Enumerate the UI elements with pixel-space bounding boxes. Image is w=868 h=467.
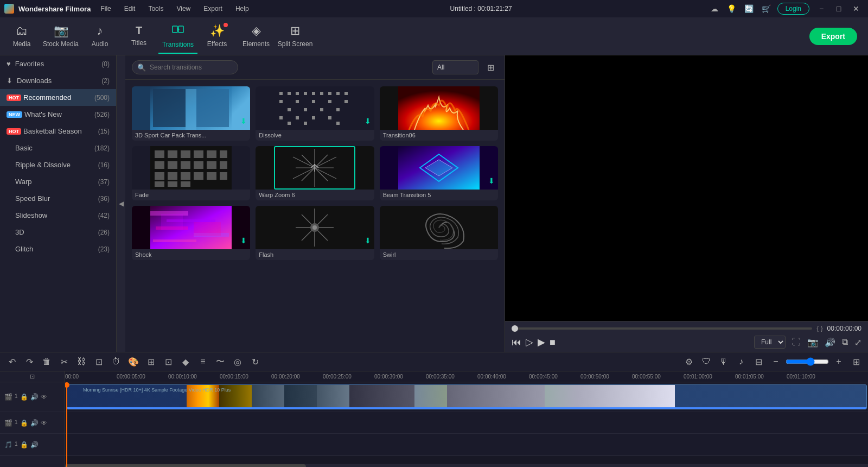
cloud-icon[interactable]: ☁ xyxy=(708,2,721,15)
sidebar-item-glitch[interactable]: Glitch (23) xyxy=(0,241,116,257)
play-button[interactable]: ▶ xyxy=(538,336,545,348)
toolbar-transitions[interactable]: Transitions xyxy=(158,18,197,54)
scrollbar-thumb[interactable] xyxy=(65,464,306,467)
music1-icon[interactable]: 🎵 xyxy=(4,441,12,449)
transition-card-sport-car[interactable]: ⬇ 3D Sport Car Pack Trans... xyxy=(132,86,250,141)
sidebar-item-basketball[interactable]: HOT Basketball Season (15) xyxy=(0,123,116,140)
transition-card-warpzoom6[interactable]: Warp Zoom 6 xyxy=(256,146,374,200)
redo-button[interactable]: ↷ xyxy=(22,354,37,369)
audio-mixer-button[interactable]: ≡ xyxy=(195,354,210,369)
video1-eye-icon[interactable]: 👁 xyxy=(41,393,47,401)
sidebar-item-slideshow[interactable]: Slideshow (42) xyxy=(0,207,116,224)
color-button[interactable]: 🎨 xyxy=(126,354,141,369)
bulb-icon[interactable]: 💡 xyxy=(725,2,738,15)
toolbar-audio[interactable]: ♪ Audio xyxy=(80,18,119,54)
refresh-icon[interactable]: 🔄 xyxy=(743,2,756,15)
fit-timeline-button[interactable]: ⊞ xyxy=(848,354,864,369)
transition-card-shock[interactable]: ⬇ Shock xyxy=(132,206,250,260)
delete-button[interactable]: 🗑 xyxy=(39,354,54,369)
toolbar-media[interactable]: 🗂 Media xyxy=(2,18,41,54)
music1-audio-icon[interactable]: 🔊 xyxy=(30,441,39,449)
search-input[interactable] xyxy=(132,60,238,74)
link-button[interactable]: ⛓ xyxy=(74,354,89,369)
music1-lock-icon[interactable]: 🔒 xyxy=(20,441,28,449)
collapse-panel-button[interactable]: ◀ xyxy=(117,55,125,352)
pip-icon[interactable]: ⧉ xyxy=(842,337,848,347)
video1-lock-icon[interactable]: 🔒 xyxy=(20,393,28,401)
waveform-button[interactable]: 〜 xyxy=(213,354,228,369)
settings-icon[interactable]: ⚙ xyxy=(681,354,697,369)
transform-button[interactable]: ⊡ xyxy=(161,354,176,369)
undo-button[interactable]: ↶ xyxy=(4,354,20,369)
menu-file[interactable]: File xyxy=(95,3,116,15)
sidebar-item-recommended[interactable]: HOT Recommended (500) xyxy=(0,89,116,106)
seek-thumb[interactable] xyxy=(512,325,518,332)
sidebar-item-downloads[interactable]: ⬇ Downloads (2) xyxy=(0,72,116,89)
video-clip[interactable]: Morning Sunrise [HDR 10+] 4K Sample Foot… xyxy=(66,384,867,409)
volume-icon[interactable]: 🔊 xyxy=(825,337,835,348)
stop-button[interactable]: ■ xyxy=(550,337,556,348)
zoom-in-button[interactable]: + xyxy=(831,354,846,369)
menu-view[interactable]: View xyxy=(171,3,196,15)
close-button[interactable]: ✕ xyxy=(848,1,864,16)
sidebar-item-speed-blur[interactable]: Speed Blur (36) xyxy=(0,190,116,207)
rotate-button[interactable]: ↻ xyxy=(247,354,263,369)
screenshot-icon[interactable]: 📷 xyxy=(807,337,818,348)
cut-button[interactable]: ✂ xyxy=(56,354,72,369)
transition-card-flash[interactable]: ⬇ Flash xyxy=(256,206,374,260)
caption-icon[interactable]: ⊟ xyxy=(751,354,766,369)
mic-icon[interactable]: 🎙 xyxy=(716,354,731,369)
transition-card-transition06[interactable]: Transition06 xyxy=(380,86,498,141)
transition-card-beam5[interactable]: ⬇ Beam Transition 5 xyxy=(380,146,498,200)
fullscreen-icon[interactable]: ⛶ xyxy=(792,337,801,347)
rewind-button[interactable]: ⏮ xyxy=(512,337,521,348)
menu-export[interactable]: Export xyxy=(198,3,228,15)
filter-dropdown[interactable]: All Basic Warp Dissolve Slideshow 3D Gli… xyxy=(432,60,478,74)
menu-edit[interactable]: Edit xyxy=(119,3,141,15)
toolbar-titles[interactable]: T Titles xyxy=(119,18,158,54)
sidebar-item-whats-new[interactable]: NEW What's New (526) xyxy=(0,106,116,123)
video1-audio-icon[interactable]: 🔊 xyxy=(30,393,39,401)
transition-card-fade[interactable]: Fade xyxy=(132,146,250,200)
transition-card-dissolve[interactable]: ⬇ Dissolve xyxy=(256,86,374,141)
expand-icon[interactable]: ⤢ xyxy=(854,337,861,348)
music-track-lane[interactable] xyxy=(65,434,868,456)
video-track-lane[interactable]: Morning Sunrise [HDR 10+] 4K Sample Foot… xyxy=(65,382,868,412)
grid-view-button[interactable]: ⊞ xyxy=(483,60,498,75)
sidebar-item-3d[interactable]: 3D (26) xyxy=(0,224,116,241)
target-button[interactable]: ◎ xyxy=(230,354,245,369)
zoom-out-button[interactable]: − xyxy=(768,354,783,369)
music-note-icon[interactable]: ♪ xyxy=(733,354,749,369)
zoom-fit-button[interactable]: ⊞ xyxy=(143,354,158,369)
diamond-button[interactable]: ◆ xyxy=(178,354,193,369)
play-slow-button[interactable]: ▷ xyxy=(526,336,533,348)
seek-bar[interactable] xyxy=(512,327,812,330)
sidebar-item-basic[interactable]: Basic (182) xyxy=(0,140,116,156)
toolbar-stock-media[interactable]: 📷 Stock Media xyxy=(41,18,80,54)
video2-icon[interactable]: 🎬 xyxy=(4,419,12,427)
maximize-button[interactable]: □ xyxy=(831,1,846,16)
video2-eye-icon[interactable]: 👁 xyxy=(41,419,47,427)
quality-select[interactable]: Full 1/2 1/4 1/8 xyxy=(754,336,786,349)
toolbar-effects[interactable]: ✨ Effects xyxy=(197,18,237,54)
sidebar-item-ripple[interactable]: Ripple & Dissolve (16) xyxy=(0,156,116,173)
video2-audio-icon[interactable]: 🔊 xyxy=(30,419,39,427)
login-button[interactable]: Login xyxy=(777,3,809,15)
crop-button[interactable]: ⊡ xyxy=(91,354,106,369)
video1-icon[interactable]: 🎬 xyxy=(4,393,12,401)
transition-card-swirl[interactable]: Swirl xyxy=(380,206,498,260)
sidebar-item-warp[interactable]: Warp (37) xyxy=(0,173,116,190)
menu-help[interactable]: Help xyxy=(230,3,254,15)
audio-track-1-lane[interactable] xyxy=(65,412,868,434)
menu-tools[interactable]: Tools xyxy=(143,3,169,15)
sidebar-item-favorites[interactable]: ♥ Favorites (0) xyxy=(0,55,116,72)
toolbar-split-screen[interactable]: ⊞ Split Screen xyxy=(276,18,315,54)
export-button[interactable]: Export xyxy=(809,28,857,45)
cart-icon[interactable]: 🛒 xyxy=(760,2,773,15)
minimize-button[interactable]: − xyxy=(814,1,829,16)
timer-button[interactable]: ⏱ xyxy=(108,354,124,369)
toolbar-elements[interactable]: ◈ Elements xyxy=(237,18,276,54)
timeline-scrollbar[interactable] xyxy=(65,464,868,467)
video2-lock-icon[interactable]: 🔒 xyxy=(20,419,28,427)
shield-icon[interactable]: 🛡 xyxy=(699,354,714,369)
